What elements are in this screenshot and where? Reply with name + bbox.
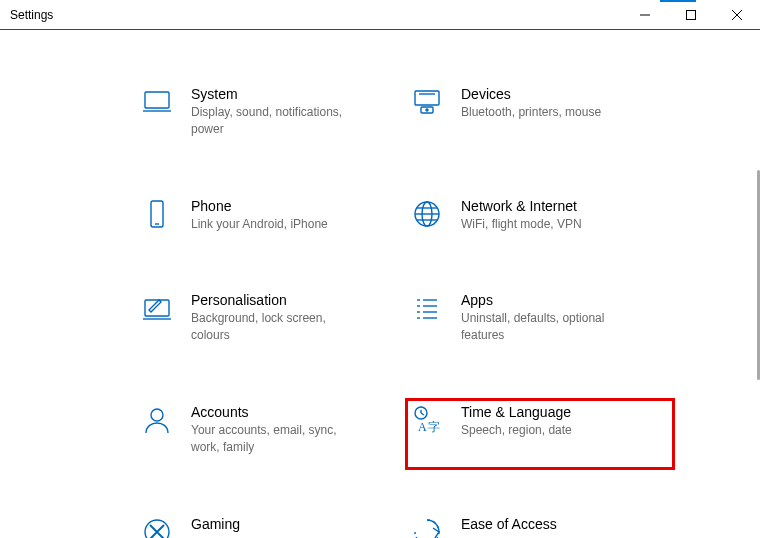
window-accent-strip bbox=[660, 0, 696, 2]
time-language-icon: A字 bbox=[411, 404, 443, 436]
tile-personalisation[interactable]: Personalisation Background, lock screen,… bbox=[135, 286, 405, 358]
tile-title: Personalisation bbox=[191, 292, 361, 308]
svg-point-33 bbox=[145, 520, 169, 538]
tile-network[interactable]: Network & Internet WiFi, flight mode, VP… bbox=[405, 192, 675, 247]
tile-apps[interactable]: Apps Uninstall, defaults, optional featu… bbox=[405, 286, 675, 358]
accounts-icon bbox=[141, 404, 173, 436]
titlebar-controls bbox=[622, 0, 760, 29]
tile-sub: Display, sound, notifications, power bbox=[191, 104, 361, 138]
devices-icon bbox=[411, 86, 443, 118]
maximize-icon bbox=[686, 10, 696, 20]
gaming-icon bbox=[141, 516, 173, 538]
tile-title: Ease of Access bbox=[461, 516, 557, 532]
svg-text:字: 字 bbox=[428, 420, 440, 434]
close-icon bbox=[732, 10, 742, 20]
svg-rect-6 bbox=[415, 91, 439, 105]
close-button[interactable] bbox=[714, 0, 760, 29]
tile-title: Phone bbox=[191, 198, 328, 214]
svg-line-30 bbox=[421, 413, 424, 415]
tile-sub: Your accounts, email, sync, work, family bbox=[191, 422, 361, 456]
svg-point-27 bbox=[151, 409, 163, 421]
titlebar: Settings bbox=[0, 0, 760, 30]
personalisation-icon bbox=[141, 292, 173, 324]
content-area: System Display, sound, notifications, po… bbox=[0, 30, 760, 538]
window-title: Settings bbox=[10, 8, 53, 22]
tile-phone[interactable]: Phone Link your Android, iPhone bbox=[135, 192, 405, 247]
tile-accounts[interactable]: Accounts Your accounts, email, sync, wor… bbox=[135, 398, 405, 470]
tile-time-language[interactable]: A字 Time & Language Speech, region, date bbox=[405, 398, 675, 470]
svg-text:A: A bbox=[418, 420, 427, 434]
phone-icon bbox=[141, 198, 173, 230]
apps-icon bbox=[411, 292, 443, 324]
tile-title: Accounts bbox=[191, 404, 361, 420]
tile-title: Devices bbox=[461, 86, 601, 102]
settings-grid: System Display, sound, notifications, po… bbox=[135, 80, 760, 538]
tile-title: Gaming bbox=[191, 516, 240, 532]
tile-title: Apps bbox=[461, 292, 631, 308]
tile-sub: Background, lock screen, colours bbox=[191, 310, 361, 344]
ease-of-access-icon bbox=[411, 516, 443, 538]
tile-title: Network & Internet bbox=[461, 198, 582, 214]
tile-title: System bbox=[191, 86, 361, 102]
tile-title: Time & Language bbox=[461, 404, 572, 420]
tile-devices[interactable]: Devices Bluetooth, printers, mouse bbox=[405, 80, 675, 152]
tile-sub: Speech, region, date bbox=[461, 422, 572, 439]
tile-sub: Bluetooth, printers, mouse bbox=[461, 104, 601, 121]
tile-sub: WiFi, flight mode, VPN bbox=[461, 216, 582, 233]
minimize-icon bbox=[640, 10, 650, 20]
minimize-button[interactable] bbox=[622, 0, 668, 29]
maximize-button[interactable] bbox=[668, 0, 714, 29]
svg-rect-4 bbox=[145, 92, 169, 108]
svg-point-9 bbox=[426, 109, 428, 111]
svg-rect-10 bbox=[151, 201, 163, 227]
globe-icon bbox=[411, 198, 443, 230]
tile-sub: Link your Android, iPhone bbox=[191, 216, 328, 233]
tile-ease-of-access[interactable]: Ease of Access bbox=[405, 510, 675, 538]
svg-rect-1 bbox=[687, 10, 696, 19]
tile-sub: Uninstall, defaults, optional features bbox=[461, 310, 631, 344]
tile-gaming[interactable]: Gaming bbox=[135, 510, 405, 538]
system-icon bbox=[141, 86, 173, 118]
tile-system[interactable]: System Display, sound, notifications, po… bbox=[135, 80, 405, 152]
